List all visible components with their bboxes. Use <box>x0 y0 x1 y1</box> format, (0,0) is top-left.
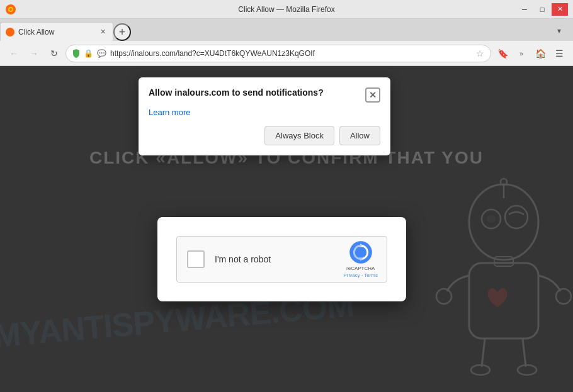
menu-button[interactable]: ☰ <box>550 45 568 62</box>
bookmarks-button[interactable]: 🔖 <box>494 45 511 62</box>
always-block-button[interactable]: Always Block <box>264 126 334 145</box>
lock-icon: 🔒 <box>84 49 93 58</box>
recaptcha-logo: reCAPTCHA Privacy · Terms <box>343 240 378 278</box>
window-title: Click Allow — Mozilla Firefox <box>238 5 334 14</box>
tab-label: Click Allow <box>18 28 54 36</box>
window-controls: ─ □ ✕ <box>516 3 568 16</box>
allow-button[interactable]: Allow <box>339 126 380 145</box>
extensions-button[interactable]: » <box>513 45 530 62</box>
recaptcha-links: Privacy · Terms <box>343 272 378 278</box>
page-content: CLICK «ALLOW» TO CONFIRM THAT YOU MYANTI… <box>0 66 573 392</box>
forward-button[interactable]: → <box>25 45 43 62</box>
title-bar: Click Allow — Mozilla Firefox ─ □ ✕ <box>0 0 573 19</box>
svg-point-2 <box>9 8 12 11</box>
dialog-buttons: Always Block Allow <box>149 126 380 145</box>
notification-icon: 💬 <box>97 49 106 58</box>
terms-link[interactable]: Terms <box>364 272 378 278</box>
tab-bar-right-controls: ▾ <box>550 22 568 40</box>
notification-dialog: Allow inalours.com to send notifications… <box>139 77 390 155</box>
close-window-button[interactable]: ✕ <box>552 3 568 16</box>
active-tab[interactable]: Click Allow ✕ <box>0 22 113 41</box>
bookmark-icon[interactable]: ☆ <box>476 48 484 59</box>
minimize-button[interactable]: ─ <box>516 3 533 16</box>
dialog-close-button[interactable]: ✕ <box>365 87 380 103</box>
new-tab-button[interactable]: + <box>113 23 131 41</box>
firefox-logo-icon <box>5 4 16 15</box>
learn-more-link[interactable]: Learn more <box>149 108 380 117</box>
dialog-header: Allow inalours.com to send notifications… <box>149 87 380 103</box>
security-icon <box>72 49 80 58</box>
recaptcha-brand: reCAPTCHA <box>346 266 375 271</box>
profile-button[interactable]: 🏠 <box>531 45 549 62</box>
recaptcha-checkbox[interactable] <box>187 250 205 268</box>
recaptcha-label: I'm not a robot <box>215 254 271 264</box>
address-bar[interactable]: 🔒 💬 https://inalours.com/land?c=XU4DtT6k… <box>65 45 491 62</box>
tab-bar: Click Allow ✕ + ▾ <box>0 19 573 41</box>
list-all-tabs-button[interactable]: ▾ <box>550 22 568 40</box>
toolbar-right: 🔖 » 🏠 ☰ <box>494 45 568 62</box>
url-display: https://inalours.com/land?c=XU4DtT6kQYWe… <box>110 49 472 58</box>
maximize-button[interactable]: □ <box>534 3 550 16</box>
dialog-title: Allow inalours.com to send notifications… <box>149 87 365 98</box>
tab-favicon <box>6 28 14 36</box>
browser-window: Click Allow — Mozilla Firefox ─ □ ✕ Clic… <box>0 0 573 392</box>
navigation-bar: ← → ↻ 🔒 💬 https://inalours.com/land?c=XU… <box>0 41 573 66</box>
captcha-modal: I'm not a robot reCAPTCHA Privacy · Term… <box>157 217 406 301</box>
recaptcha-widget[interactable]: I'm not a robot reCAPTCHA Privacy · Term… <box>176 236 387 283</box>
back-button[interactable]: ← <box>5 45 23 62</box>
privacy-link[interactable]: Privacy <box>343 272 360 278</box>
reload-button[interactable]: ↻ <box>45 45 63 62</box>
tab-close-button[interactable]: ✕ <box>98 27 108 37</box>
